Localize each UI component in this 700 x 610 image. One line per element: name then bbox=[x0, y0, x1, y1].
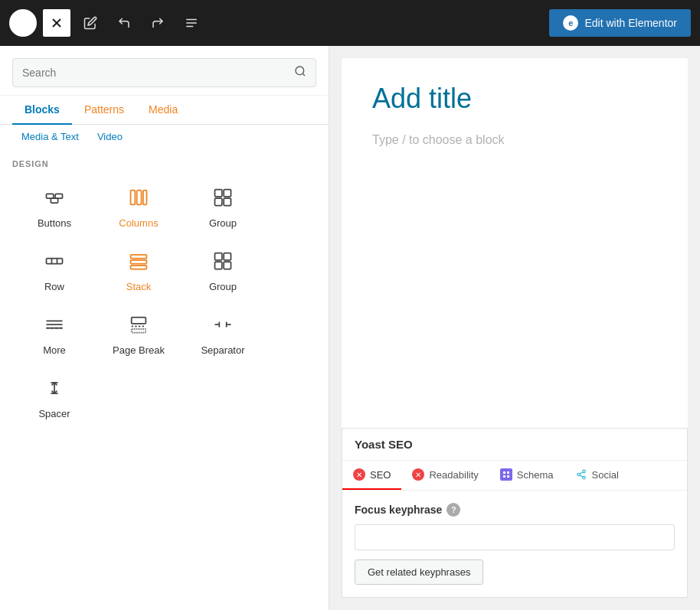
wp-logo: W bbox=[9, 9, 37, 37]
group-label-2: Group bbox=[209, 281, 237, 292]
tab-media[interactable]: Media bbox=[136, 96, 190, 125]
svg-rect-46 bbox=[507, 475, 509, 478]
tabs-row: Blocks Patterns Media bbox=[0, 96, 329, 125]
schema-icon bbox=[500, 468, 512, 481]
svg-point-49 bbox=[582, 476, 585, 479]
svg-rect-33 bbox=[132, 318, 146, 324]
block-item-stack[interactable]: Stack bbox=[96, 238, 181, 298]
first-items-row: Media & Text Video bbox=[12, 125, 316, 148]
svg-rect-27 bbox=[215, 262, 222, 269]
group-icon-1 bbox=[209, 184, 237, 211]
svg-rect-12 bbox=[131, 191, 136, 205]
readability-status-dot: ✕ bbox=[412, 468, 424, 481]
readability-tab-label: Readability bbox=[429, 469, 478, 481]
svg-rect-35 bbox=[132, 329, 146, 333]
social-tab-label: Social bbox=[592, 469, 619, 481]
blocks-row-1: Buttons Columns Group bbox=[12, 175, 316, 235]
svg-rect-10 bbox=[55, 194, 62, 198]
svg-rect-22 bbox=[131, 255, 147, 259]
edit-elementor-button[interactable]: e Edit with Elementor bbox=[549, 9, 691, 37]
block-item-buttons[interactable]: Buttons bbox=[12, 175, 96, 235]
buttons-label: Buttons bbox=[38, 217, 71, 229]
keyphrase-input[interactable] bbox=[355, 524, 675, 550]
svg-rect-13 bbox=[137, 191, 142, 205]
spacer-icon bbox=[41, 374, 68, 402]
block-item-group-2[interactable]: Group bbox=[181, 238, 265, 298]
more-label: More bbox=[43, 344, 66, 356]
svg-rect-43 bbox=[503, 471, 505, 474]
row-icon bbox=[41, 247, 68, 275]
media-text-item[interactable]: Media & Text bbox=[12, 128, 88, 145]
search-icon-button[interactable] bbox=[294, 65, 306, 80]
svg-rect-26 bbox=[224, 253, 231, 260]
yoast-tab-seo[interactable]: ✕ SEO bbox=[342, 461, 401, 490]
top-toolbar: W e bbox=[0, 0, 700, 46]
type-hint[interactable]: Type / to choose a block bbox=[372, 133, 657, 147]
redo-button[interactable] bbox=[144, 9, 172, 37]
yoast-content: Focus keyphrase ? Get related keyphrases bbox=[342, 491, 687, 597]
tab-blocks[interactable]: Blocks bbox=[12, 96, 72, 125]
group-icon-2 bbox=[209, 247, 237, 275]
yoast-tab-social[interactable]: Social bbox=[564, 461, 630, 490]
yoast-tab-readability[interactable]: ✕ Readability bbox=[401, 461, 489, 490]
editor-area: Add title Type / to choose a block bbox=[342, 58, 688, 428]
social-icon bbox=[575, 468, 587, 481]
buttons-icon bbox=[41, 184, 68, 211]
yoast-header: Yoast SEO bbox=[342, 429, 687, 461]
columns-label: Columns bbox=[119, 217, 158, 229]
menu-button[interactable] bbox=[178, 9, 205, 37]
svg-line-8 bbox=[303, 73, 305, 76]
block-item-page-break[interactable]: Page Break bbox=[96, 302, 181, 362]
block-item-more[interactable]: More bbox=[12, 302, 96, 362]
svg-rect-15 bbox=[215, 190, 222, 197]
help-icon[interactable]: ? bbox=[446, 503, 460, 517]
video-item[interactable]: Video bbox=[88, 128, 132, 145]
svg-rect-19 bbox=[47, 259, 63, 264]
block-item-group-1[interactable]: Group bbox=[181, 175, 265, 235]
svg-point-48 bbox=[577, 473, 580, 476]
yoast-tab-schema[interactable]: Schema bbox=[489, 461, 564, 490]
design-category-label: DESIGN bbox=[12, 148, 316, 175]
svg-rect-16 bbox=[224, 190, 231, 197]
content-area: Add title Type / to choose a block Yoast… bbox=[329, 46, 700, 610]
stack-label: Stack bbox=[126, 281, 152, 292]
elementor-icon: e bbox=[563, 15, 578, 31]
svg-line-51 bbox=[580, 472, 583, 474]
tab-patterns[interactable]: Patterns bbox=[72, 96, 136, 125]
search-input-wrap bbox=[12, 58, 316, 87]
block-item-row[interactable]: Row bbox=[12, 238, 96, 298]
more-icon bbox=[41, 311, 68, 338]
columns-icon bbox=[125, 184, 152, 211]
svg-text:W: W bbox=[19, 19, 27, 28]
edit-elementor-label: Edit with Elementor bbox=[584, 17, 677, 29]
svg-rect-14 bbox=[143, 191, 147, 205]
svg-rect-28 bbox=[224, 262, 231, 269]
add-title-placeholder[interactable]: Add title bbox=[372, 83, 657, 115]
page-break-label: Page Break bbox=[113, 344, 165, 356]
blocks-row-2: Row Stack Group bbox=[12, 238, 316, 298]
close-button[interactable] bbox=[43, 9, 70, 37]
svg-rect-18 bbox=[224, 198, 231, 205]
svg-rect-25 bbox=[215, 253, 222, 260]
block-item-spacer[interactable]: Spacer bbox=[12, 365, 96, 426]
undo-button[interactable] bbox=[110, 9, 138, 37]
edit-pen-button[interactable] bbox=[77, 9, 104, 37]
block-item-separator[interactable]: Separator bbox=[181, 302, 265, 362]
focus-keyphrase-label: Focus keyphrase ? bbox=[355, 503, 675, 517]
separator-label: Separator bbox=[201, 344, 244, 356]
svg-point-47 bbox=[582, 470, 585, 473]
yoast-panel: Yoast SEO ✕ SEO ✕ Readability bbox=[342, 428, 688, 598]
search-input[interactable] bbox=[22, 67, 294, 79]
yoast-tabs: ✕ SEO ✕ Readability Schema bbox=[342, 461, 687, 491]
svg-rect-45 bbox=[503, 475, 505, 478]
sidebar: Blocks Patterns Media Media & Text Video… bbox=[0, 46, 329, 610]
block-item-columns[interactable]: Columns bbox=[96, 175, 181, 235]
schema-tab-label: Schema bbox=[517, 469, 554, 481]
seo-status-dot: ✕ bbox=[353, 468, 365, 481]
svg-rect-23 bbox=[131, 260, 147, 264]
get-keyphrases-button[interactable]: Get related keyphrases bbox=[355, 559, 483, 585]
search-bar bbox=[0, 46, 329, 96]
group-label-1: Group bbox=[209, 217, 237, 229]
svg-rect-11 bbox=[51, 198, 57, 203]
block-list: Media & Text Video DESIGN Buttons bbox=[0, 125, 329, 610]
